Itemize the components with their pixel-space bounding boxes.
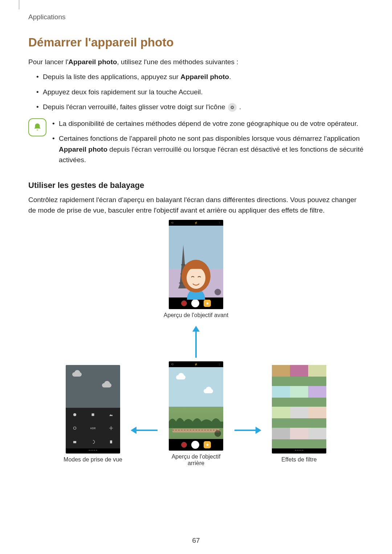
menu-icon: ⋮ (218, 363, 221, 366)
switch-camera-icon (215, 289, 221, 295)
camera-icon (228, 103, 237, 112)
swipe-diagram: ⟲ ⚡ ⋮ (28, 220, 364, 467)
caption-rear: Aperçu de l'objectif arrière (163, 454, 229, 467)
arrow-left-icon (126, 424, 163, 436)
n2-bold: Appareil photo (59, 145, 107, 153)
svg-rect-8 (73, 441, 76, 443)
phone-front-preview: ⟲ ⚡ ⋮ (163, 220, 229, 319)
phone-rear-preview: ⟲ ⚡ ⋮ (163, 361, 229, 467)
hdr-icon: ⟲ (171, 363, 173, 366)
svg-rect-6 (92, 414, 94, 416)
phone-filters-preview: • • • • • Effets de filtre (266, 365, 332, 463)
caption-front: Aperçu de l'objectif avant (164, 312, 228, 319)
intro-text: Pour lancer l'Appareil photo, utilisez l… (28, 57, 364, 67)
section-title: Démarrer l'appareil photo (28, 36, 364, 49)
li1-bold: Appareil photo (180, 73, 229, 81)
li3-post: . (239, 103, 241, 111)
flash-icon: ⚡ (194, 221, 198, 225)
svg-point-1 (232, 107, 233, 108)
note-item: La disponibilité de certaines méthodes d… (52, 118, 364, 129)
list-item: Depuis l'écran verrouillé, faites glisse… (36, 102, 364, 112)
arrow-right-icon (229, 424, 266, 436)
intro-bold: Appareil photo (68, 58, 117, 66)
li1-pre: Depuis la liste des applications, appuye… (43, 73, 180, 81)
effects-button-icon: ★ (204, 441, 211, 448)
effects-button-icon: ★ (204, 300, 211, 307)
shutter-row: ★ (169, 439, 223, 451)
note-item: Certaines fonctions de l'appareil photo … (52, 133, 364, 165)
caption-filters: Effets de filtre (281, 456, 317, 463)
li3-pre: Depuis l'écran verrouillé, faites glisse… (43, 103, 227, 111)
menu-icon: ⋮ (218, 221, 221, 225)
list-item: Depuis la liste des applications, appuye… (36, 71, 364, 82)
filters-grid (272, 365, 326, 448)
flash-icon: ⚡ (194, 363, 198, 366)
shutter-button-icon (191, 441, 199, 449)
launch-methods-list: Depuis la liste des applications, appuye… (36, 71, 364, 112)
shutter-button-icon (191, 299, 199, 307)
caption-modes: Modes de prise de vue (64, 456, 122, 463)
record-button-icon (181, 300, 187, 306)
n2-pre: Certaines fonctions de l'appareil photo … (59, 135, 360, 142)
li1-post: . (229, 73, 231, 81)
swipe-intro-text: Contrôlez rapidement l'écran d'aperçu en… (28, 194, 364, 216)
arrow-up-icon (190, 326, 202, 358)
subsection-title: Utiliser les gestes de balayage (28, 181, 364, 190)
svg-point-5 (73, 413, 76, 416)
note-icon (28, 118, 46, 136)
camera-topbar: ⟲ ⚡ ⋮ (169, 220, 223, 226)
phone-modes-preview: HDR • • • • • Modes de prise de vue (60, 365, 126, 463)
list-item: Appuyez deux fois rapidement sur la touc… (36, 87, 364, 97)
camera-topbar: ⟲ ⚡ ⋮ (169, 361, 223, 367)
page-number: 67 (0, 537, 392, 545)
record-button-icon (181, 442, 187, 448)
intro-post: , utilisez l'une des méthodes suivantes … (117, 58, 238, 66)
svg-point-7 (74, 427, 76, 430)
breadcrumb: Applications (28, 13, 364, 21)
switch-camera-icon (215, 430, 221, 437)
intro-pre: Pour lancer l' (28, 58, 68, 66)
portrait-illustration (176, 256, 216, 300)
note-block: La disponibilité de certaines méthodes d… (28, 118, 364, 170)
hdr-icon: ⟲ (171, 221, 173, 225)
svg-rect-9 (110, 440, 112, 443)
modes-grid: HDR (66, 408, 120, 448)
